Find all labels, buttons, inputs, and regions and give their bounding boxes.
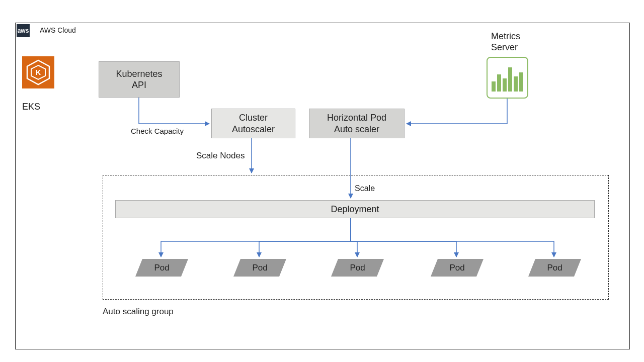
box-deployment-label: Deployment [331,204,379,215]
box-cluster-autoscaler: Cluster Autoscaler [211,109,295,138]
auto-scaling-group-boundary [103,175,609,300]
box-cluster-autoscaler-line2: Autoscaler [232,124,275,135]
box-kubernetes-api-line1: Kubernetes [116,68,162,80]
box-kubernetes-api: Kubernetes API [99,61,180,98]
auto-scaling-group-label: Auto scaling group [103,307,174,317]
pod-4-label: Pod [449,263,464,273]
edge-label-check-capacity: Check Capacity [131,127,184,135]
bar-chart-icon [492,67,523,92]
box-cluster-autoscaler-line1: Cluster [232,112,275,124]
box-kubernetes-api-line2: API [116,79,162,91]
box-hpa-line2: Auto scaler [327,124,386,135]
aws-logo-text: aws [18,28,29,34]
pod-1: Pod [135,259,188,277]
pod-2-label: Pod [252,263,267,273]
cloud-label: AWS Cloud [40,26,76,34]
pod-1-label: Pod [154,263,169,273]
eks-icon: K [22,56,54,88]
box-horizontal-pod-autoscaler: Horizontal Pod Auto scaler [309,109,405,138]
metrics-server-label: Metrics Server [491,31,520,53]
eks-label: EKS [22,102,40,112]
box-hpa-line1: Horizontal Pod [327,112,386,124]
metrics-server-label-line1: Metrics [491,31,520,41]
metrics-server-icon [487,57,528,99]
pod-5-label: Pod [547,263,562,273]
pod-2: Pod [233,259,286,277]
box-deployment: Deployment [115,200,595,218]
pod-5: Pod [528,259,581,277]
aws-logo-icon: aws [17,24,30,37]
pod-4: Pod [431,259,484,277]
metrics-server-label-line2: Server [491,42,518,52]
pod-3-label: Pod [350,263,365,273]
edge-label-scale-nodes: Scale Nodes [196,151,245,161]
svg-text:K: K [36,68,41,76]
pod-3: Pod [331,259,384,277]
